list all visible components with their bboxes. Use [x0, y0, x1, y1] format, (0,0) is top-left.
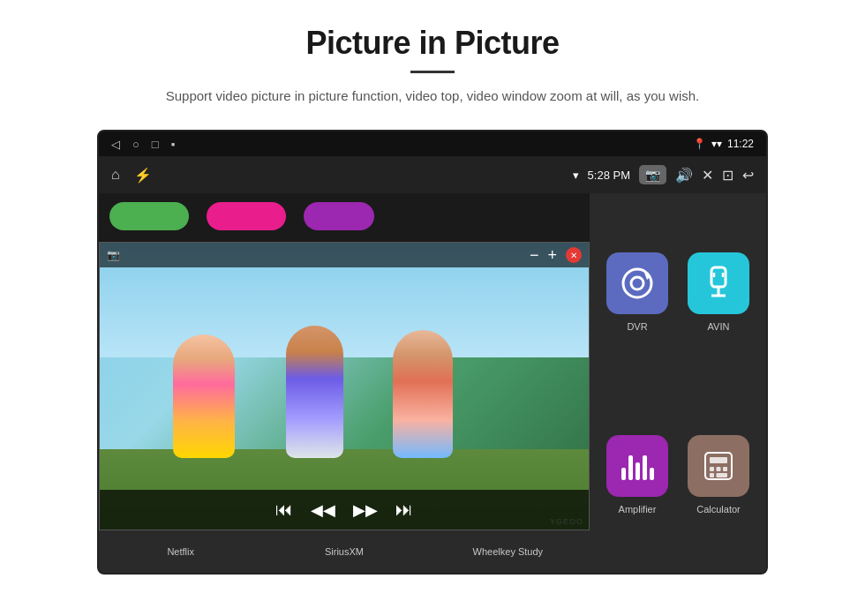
fast-forward-button[interactable]: ⏭: [395, 500, 413, 520]
skip-back-button[interactable]: ◀◀: [311, 500, 335, 520]
pip-maximize-icon[interactable]: +: [547, 246, 557, 265]
avin-icon-svg: [703, 266, 734, 301]
netflix-label[interactable]: Netflix: [99, 546, 262, 557]
volume-icon[interactable]: 🔊: [675, 167, 693, 184]
amp-bar-2: [628, 455, 633, 480]
menu-nav-icon[interactable]: ▪: [171, 138, 176, 151]
calculator-icon-svg: [702, 449, 735, 483]
skip-forward-button[interactable]: ▶▶: [353, 500, 378, 520]
dvr-app-item[interactable]: DVR: [597, 200, 678, 383]
amp-bar-4: [643, 455, 647, 480]
app-grid: DVR AVIN: [590, 193, 766, 573]
wheelkey-label-text: Wheelkey Study: [473, 546, 543, 557]
usb-icon[interactable]: ⚡: [134, 167, 152, 184]
app-toolbar: ⌂ ⚡ ▾ 5:28 PM 📷 🔊 ✕ ⊡ ↩: [99, 156, 766, 193]
svg-rect-13: [710, 473, 714, 477]
pip-title-bar: 📷 − + ✕: [100, 243, 589, 267]
recents-nav-icon[interactable]: □: [152, 138, 159, 151]
person-3: [393, 330, 453, 458]
avin-label: AVIN: [708, 321, 730, 332]
avin-app-item[interactable]: AVIN: [678, 200, 759, 383]
title-divider: [410, 71, 455, 73]
avin-icon: [688, 252, 749, 314]
pip-close-button[interactable]: ✕: [566, 247, 582, 263]
back-nav-icon[interactable]: ◁: [111, 138, 120, 151]
app-icons-row: [99, 193, 590, 236]
status-bar-nav: ◁ ○ □ ▪: [111, 138, 175, 151]
pip-camera-icon: 📷: [107, 249, 120, 261]
wheelkey-pill[interactable]: [304, 202, 374, 230]
amplifier-app-item[interactable]: Amplifier: [597, 383, 678, 566]
calculator-icon: [688, 435, 749, 497]
svg-rect-14: [717, 473, 728, 477]
wheelkey-label[interactable]: Wheelkey Study: [426, 546, 590, 557]
app-content: 📷 − + ✕: [99, 193, 766, 573]
page-header: Picture in Picture Support video picture…: [0, 0, 865, 121]
toolbar-time: 5:28 PM: [588, 169, 630, 182]
app-labels: Netflix SiriusXM Wheelkey Study: [99, 530, 590, 573]
home-nav-icon[interactable]: ○: [132, 138, 139, 151]
amplifier-icon: [606, 435, 668, 497]
netflix-label-text: Netflix: [167, 546, 194, 557]
svg-rect-11: [717, 467, 721, 471]
page-subtitle: Support video picture in picture functio…: [115, 86, 750, 107]
pip-controls: − + ✕: [530, 246, 582, 265]
svg-rect-10: [710, 467, 714, 471]
camera-button[interactable]: 📷: [639, 165, 666, 184]
pip-close-icon: ✕: [570, 251, 577, 260]
siriusxm-pill[interactable]: [207, 202, 286, 230]
toolbar-left: ⌂ ⚡: [111, 167, 152, 184]
dvr-icon-svg: [620, 266, 655, 301]
video-background: YGEOO: [100, 243, 589, 530]
amp-bar-1: [621, 468, 626, 480]
toolbar-right: ▾ 5:28 PM 📷 🔊 ✕ ⊡ ↩: [573, 165, 754, 184]
person-1: [173, 334, 235, 458]
rewind-button[interactable]: ⏮: [275, 500, 293, 520]
amplifier-label: Amplifier: [619, 504, 657, 515]
video-image: YGEOO: [100, 243, 589, 530]
playback-controls: ⏮ ◀◀ ▶▶ ⏭: [100, 490, 589, 530]
pip-minimize-icon[interactable]: −: [530, 246, 539, 265]
calculator-label: Calculator: [696, 504, 741, 515]
person-2: [286, 326, 343, 458]
svg-rect-9: [710, 457, 727, 463]
status-time: 11:22: [727, 138, 754, 150]
siriusxm-label[interactable]: SiriusXM: [262, 546, 425, 557]
svg-rect-12: [723, 467, 727, 471]
siriusxm-label-text: SiriusXM: [325, 546, 364, 557]
back-icon[interactable]: ↩: [742, 167, 754, 184]
amp-bar-5: [650, 468, 654, 480]
dvr-label: DVR: [627, 321, 647, 332]
svg-point-1: [631, 277, 643, 289]
status-bar-right: 📍 ▾▾ 11:22: [693, 138, 754, 150]
amp-bar-3: [636, 462, 640, 480]
device-frame: ◁ ○ □ ▪ 📍 ▾▾ 11:22 ⌂ ⚡ ▾ 5:28 PM 📷 🔊 ✕ ⊡…: [97, 130, 768, 575]
amp-bars: [621, 452, 654, 480]
home-icon[interactable]: ⌂: [111, 167, 120, 183]
video-side: 📷 − + ✕: [99, 193, 590, 573]
svg-point-0: [623, 269, 651, 297]
location-icon: 📍: [693, 138, 706, 150]
netflix-pill[interactable]: [109, 202, 189, 230]
pip-window[interactable]: 📷 − + ✕: [99, 242, 590, 530]
close-icon[interactable]: ✕: [702, 167, 713, 184]
wifi-status-icon: ▾: [573, 169, 579, 182]
wifi-icon: ▾▾: [711, 138, 722, 150]
pip-icon[interactable]: ⊡: [722, 167, 733, 184]
dvr-icon: [606, 252, 668, 314]
page-title: Picture in Picture: [53, 25, 812, 62]
calculator-app-item[interactable]: Calculator: [678, 383, 759, 566]
status-bar: ◁ ○ □ ▪ 📍 ▾▾ 11:22: [99, 131, 766, 156]
